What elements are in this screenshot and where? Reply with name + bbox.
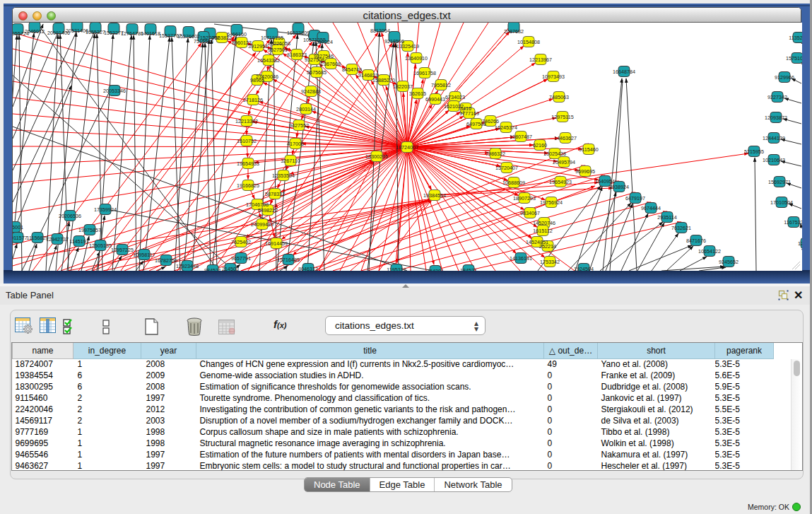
svg-text:16782759: 16782759 (155, 257, 177, 264)
svg-text:5878332: 5878332 (265, 191, 285, 197)
svg-text:16543382: 16543382 (257, 57, 280, 64)
svg-text:2718126: 2718126 (243, 97, 263, 103)
svg-text:10973493: 10973493 (542, 74, 565, 80)
svg-text:1924504: 1924504 (574, 266, 594, 271)
svg-text:15885270: 15885270 (372, 77, 395, 83)
svg-text:214503: 214503 (222, 266, 239, 271)
svg-text:7632621: 7632621 (671, 225, 691, 231)
svg-text:9834067: 9834067 (520, 210, 540, 216)
svg-text:6734023: 6734023 (445, 94, 465, 100)
svg-text:984521: 984521 (204, 267, 221, 271)
svg-text:14463627: 14463627 (554, 135, 577, 141)
svg-text:1615112: 1615112 (533, 228, 552, 234)
svg-text:10025438: 10025438 (543, 151, 566, 157)
svg-text:9657791: 9657791 (231, 255, 251, 262)
svg-text:3912954: 3912954 (248, 43, 268, 49)
svg-text:9777169: 9777169 (459, 110, 479, 117)
svg-text:3267110: 3267110 (281, 158, 300, 164)
svg-text:9327546: 9327546 (314, 53, 334, 59)
svg-text:6479197: 6479197 (625, 195, 645, 201)
svg-text:1822037: 1822037 (393, 83, 413, 90)
svg-text:9242848: 9242848 (301, 88, 321, 95)
svg-text:835001: 835001 (13, 224, 23, 230)
svg-text:9674444: 9674444 (641, 205, 661, 211)
svg-text:9427552: 9427552 (289, 122, 309, 129)
svg-text:5675685: 5675685 (307, 69, 326, 76)
svg-text:12213382: 12213382 (235, 118, 258, 124)
svg-text:5498222: 5498222 (258, 207, 278, 214)
svg-text:8813054: 8813054 (370, 28, 390, 34)
svg-text:9129966: 9129966 (775, 74, 794, 81)
svg-text:18724007: 18724007 (396, 144, 418, 151)
svg-text:8471676: 8471676 (686, 238, 706, 244)
svg-text:18907293: 18907293 (513, 195, 536, 201)
svg-text:98965: 98965 (250, 77, 264, 83)
svg-text:7663822: 7663822 (212, 35, 232, 41)
svg-text:7625402: 7625402 (231, 239, 251, 245)
svg-text:12353594: 12353594 (272, 173, 295, 179)
svg-text:184521: 184521 (460, 267, 477, 271)
svg-text:764201: 764201 (427, 268, 444, 271)
svg-text:9227342: 9227342 (767, 94, 787, 100)
svg-text:15720407: 15720407 (495, 165, 518, 171)
svg-text:1195312: 1195312 (387, 267, 406, 271)
svg-text:20053346: 20053346 (103, 88, 126, 94)
svg-text:16914459: 16914459 (265, 240, 288, 247)
svg-text:19756924: 19756924 (540, 199, 563, 206)
svg-text:12942737: 12942737 (46, 236, 69, 243)
svg-text:13325419: 13325419 (396, 43, 419, 49)
svg-text:7515524: 7515524 (194, 38, 213, 45)
svg-text:16648784: 16648784 (613, 69, 635, 75)
svg-text:9115460: 9115460 (579, 146, 598, 153)
svg-text:7485063: 7485063 (549, 94, 569, 100)
svg-text:17957225: 17957225 (111, 247, 134, 253)
svg-text:7357224: 7357224 (313, 39, 333, 45)
svg-text:13640910: 13640910 (405, 55, 428, 62)
svg-text:8938924: 8938924 (609, 184, 629, 190)
svg-text:20206536: 20206536 (59, 213, 81, 219)
svg-text:16033809: 16033809 (287, 30, 310, 36)
svg-text:252214: 252214 (539, 243, 556, 250)
svg-text:1135212: 1135212 (789, 35, 802, 41)
svg-text:19975857: 19975857 (78, 227, 101, 233)
svg-text:23226058: 23226058 (268, 40, 290, 47)
svg-text:10654122: 10654122 (698, 248, 721, 255)
svg-text:1753342: 1753342 (540, 259, 560, 265)
svg-text:362615: 362615 (409, 90, 426, 97)
svg-text:18300295: 18300295 (365, 153, 388, 160)
svg-text:17359924: 17359924 (94, 206, 117, 213)
svg-text:62160: 62160 (533, 142, 547, 148)
svg-text:1401618: 1401618 (141, 30, 160, 37)
svg-text:19166825: 19166825 (237, 182, 259, 189)
svg-text:10958117: 10958117 (133, 252, 155, 258)
svg-text:1655327: 1655327 (86, 29, 105, 35)
svg-text:1610752: 1610752 (237, 138, 257, 144)
svg-text:9245652: 9245652 (719, 259, 739, 265)
svg-text:3911577: 3911577 (13, 235, 28, 241)
svg-text:24099489: 24099489 (251, 221, 273, 228)
svg-text:10688609: 10688609 (502, 180, 525, 186)
svg-text:417006: 417006 (287, 141, 304, 147)
svg-text:9527509: 9527509 (268, 47, 288, 53)
svg-text:17010504: 17010504 (770, 199, 793, 206)
svg-text:746266: 746266 (482, 118, 499, 124)
svg-text:15751074: 15751074 (786, 55, 802, 62)
svg-text:11156829: 11156829 (27, 235, 49, 241)
svg-text:6990443: 6990443 (425, 96, 445, 103)
svg-text:10807487: 10807487 (510, 134, 532, 140)
svg-text:9699695: 9699695 (575, 168, 595, 175)
svg-text:16961758: 16961758 (413, 70, 436, 76)
svg-text:10210643: 10210643 (763, 157, 785, 163)
svg-text:2803144: 2803144 (296, 106, 316, 112)
svg-text:7986322: 7986322 (486, 151, 505, 157)
svg-text:5215955: 5215955 (744, 148, 764, 155)
svg-text:12213967: 12213967 (529, 57, 552, 63)
svg-text:12923448: 12923448 (176, 263, 199, 269)
svg-text:20495794: 20495794 (553, 159, 575, 165)
svg-text:16245374: 16245374 (495, 124, 517, 131)
svg-text:12093872: 12093872 (765, 115, 787, 121)
svg-text:120452: 120452 (798, 240, 802, 247)
svg-text:8186323: 8186323 (287, 52, 307, 58)
svg-text:1145191: 1145191 (69, 238, 88, 245)
svg-text:15692971: 15692971 (768, 179, 791, 185)
